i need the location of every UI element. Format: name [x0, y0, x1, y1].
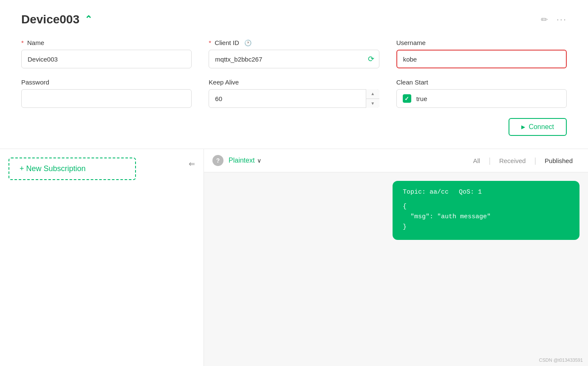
name-field: * Name: [21, 39, 192, 68]
connect-row: ▶ Connect: [21, 118, 567, 136]
client-id-input[interactable]: [209, 50, 379, 68]
keep-alive-spinner: ▲ ▼: [366, 89, 379, 108]
name-input[interactable]: [21, 50, 192, 68]
clean-start-label: Clean Start: [396, 79, 567, 86]
filter-tab-published[interactable]: Published: [538, 155, 580, 166]
collapse-panel-icon[interactable]: ⇐: [189, 159, 195, 169]
connect-button[interactable]: ▶ Connect: [509, 118, 567, 136]
more-options-icon[interactable]: ···: [557, 14, 567, 25]
connect-button-label: Connect: [529, 123, 554, 131]
format-chevron-icon: ∨: [257, 157, 261, 164]
filter-divider-1: |: [489, 156, 491, 165]
message-qos: QoS: 1: [459, 189, 482, 196]
message-bubble: Topic: aa/cc QoS: 1 { "msg": "auth messa…: [393, 181, 580, 240]
password-label: Password: [21, 79, 192, 86]
collapse-icon[interactable]: ⌃: [85, 14, 92, 25]
message-toolbar: ? Plaintext ∨ All | Received | Published: [204, 149, 588, 172]
client-id-clock-icon: 🕐: [244, 39, 252, 46]
header-left: Device003 ⌃: [21, 13, 92, 26]
clean-start-wrapper: true: [396, 89, 567, 108]
help-icon[interactable]: ?: [212, 155, 223, 166]
filter-tab-received[interactable]: Received: [492, 155, 533, 166]
client-id-wrapper: ⟳: [209, 50, 379, 68]
username-input[interactable]: [396, 50, 567, 68]
edit-icon[interactable]: ✏: [541, 14, 548, 25]
username-field: Username: [396, 39, 567, 68]
keep-alive-decrement[interactable]: ▼: [366, 99, 379, 108]
name-required-marker: *: [21, 39, 24, 46]
client-id-required-marker: *: [209, 39, 211, 46]
password-field: Password: [21, 79, 192, 108]
keep-alive-field: Keep Alive ▲ ▼: [209, 79, 379, 108]
refresh-icon[interactable]: ⟳: [368, 54, 374, 64]
keep-alive-input[interactable]: [209, 89, 379, 108]
new-subscription-label: + New Subscription: [20, 164, 86, 173]
connection-form-section: Device003 ⌃ ✏ ··· * Name *: [0, 0, 588, 149]
format-selector[interactable]: Plaintext ∨: [229, 157, 261, 164]
header-right: ✏ ···: [541, 14, 567, 25]
keep-alive-increment[interactable]: ▲: [366, 89, 379, 99]
new-subscription-button[interactable]: + New Subscription: [8, 158, 136, 180]
message-body: { "msg": "auth message" }: [403, 202, 569, 232]
filter-tabs: All | Received | Published: [466, 155, 580, 166]
header-row: Device003 ⌃ ✏ ···: [21, 13, 567, 26]
keep-alive-label: Keep Alive: [209, 79, 379, 86]
filter-divider-2: |: [534, 156, 536, 165]
client-id-label-text: Client ID: [215, 39, 239, 46]
play-icon: ▶: [521, 124, 525, 130]
client-id-field: * Client ID 🕐 ⟳: [209, 39, 379, 68]
keep-alive-wrapper: ▲ ▼: [209, 89, 379, 108]
clean-start-field: Clean Start true: [396, 79, 567, 108]
username-label: Username: [396, 39, 567, 46]
clean-start-checkbox[interactable]: [403, 94, 411, 103]
name-label: * Name: [21, 39, 192, 46]
watermark: CSDN @t013433591: [539, 358, 583, 363]
password-input[interactable]: [21, 89, 192, 108]
name-label-text: Name: [27, 39, 44, 46]
form-grid: * Name * Client ID 🕐 ⟳: [21, 39, 567, 108]
message-topic: Topic: aa/cc: [403, 189, 449, 196]
messages-area: Topic: aa/cc QoS: 1 { "msg": "auth messa…: [204, 172, 588, 366]
message-header: Topic: aa/cc QoS: 1: [403, 189, 569, 196]
right-panel: ? Plaintext ∨ All | Received | Published: [204, 149, 588, 366]
client-id-label: * Client ID 🕐: [209, 39, 379, 46]
filter-tab-all[interactable]: All: [466, 155, 487, 166]
left-panel: + New Subscription ⇐: [0, 149, 204, 366]
bottom-section: + New Subscription ⇐ ? Plaintext ∨ All |…: [0, 149, 588, 366]
clean-start-value: true: [416, 95, 427, 102]
page-title: Device003: [21, 13, 79, 26]
format-label: Plaintext: [229, 157, 254, 164]
